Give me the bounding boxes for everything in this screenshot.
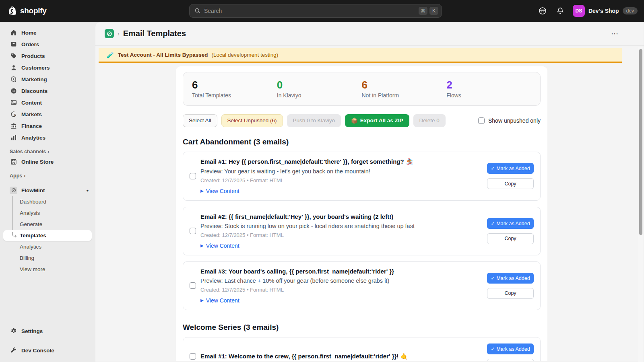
triangle-right-icon: ▶ [200,298,204,302]
dev-badge: dev [623,7,638,14]
sidebar-item-label: Markets [21,111,42,117]
stat-value: 6 [362,79,447,91]
sidebar-item-analytics[interactable]: Analytics [3,132,92,143]
sidebar-item-label: Finance [21,123,42,129]
global-search[interactable]: ⌘ K [189,4,442,18]
show-unpushed-label: Show unpushed only [488,117,541,124]
subnav-item-analysis[interactable]: Analysis [3,208,92,218]
mark-as-added-button[interactable]: ✓ Mark as Added [487,343,534,354]
mark-as-added-button[interactable]: ✓ Mark as Added [487,273,534,284]
sidebar-item-marketing[interactable]: Marketing [3,74,92,85]
view-content-label: View Content [206,188,239,194]
chevron-right-icon: › [24,173,25,179]
subnav-item-analytics[interactable]: Analytics [3,241,92,252]
subnav-label: View more [20,266,45,272]
sidebar-item-label: Discounts [21,88,47,94]
svg-text:$: $ [14,113,16,117]
scrollbar-track[interactable] [638,47,644,362]
subnav-item-generate[interactable]: Generate [3,219,92,230]
export-zip-button[interactable]: 📦 Export All as ZIP [345,114,409,127]
show-unpushed-toggle[interactable]: Show unpushed only [478,117,541,124]
email-card: Email #3: Your board's calling, {{ perso… [183,261,541,310]
wrench-icon [10,347,17,354]
tag-icon [10,52,17,60]
scrollbar-thumb[interactable] [639,49,642,235]
banner-title: Test Account - All Limits Bypassed [118,52,208,58]
copy-button[interactable]: Copy [487,359,534,361]
sales-channels-header[interactable]: Sales channels › [10,149,92,154]
sidebar-item-label: Settings [21,328,43,334]
shopify-logo[interactable]: shopify [0,6,95,16]
toolbar: Select All Select Unpushed (6) Push 0 to… [183,114,541,127]
delete-button[interactable]: Delete 0 [413,114,446,127]
sidebar-item-dev-console[interactable]: Dev Console [3,345,92,356]
sidebar-item-label: Marketing [21,76,47,82]
view-content-link[interactable]: ▶ View Content [200,243,483,249]
person-icon [10,64,17,72]
subnav-item-templates[interactable]: Templates [3,230,92,241]
view-content-link[interactable]: ▶ View Content [200,297,483,304]
avatar: DS [573,5,585,17]
bank-icon [10,122,17,130]
view-content-link[interactable]: ▶ View Content [200,188,483,194]
email-checkbox[interactable] [190,282,196,289]
select-unpushed-button[interactable]: Select Unpushed (6) [221,114,283,127]
sidebar-item-home[interactable]: Home [3,27,92,38]
sidebar-item-orders[interactable]: Orders [3,39,92,50]
subnav-connector-line [12,196,13,235]
chevron-right-icon: › [47,149,49,154]
app-notification-dot: • [87,187,89,194]
email-meta: Created: 12/7/2025 • Format: HTML [200,287,483,293]
app-name-label: FlowMint [21,187,45,193]
email-title: Email #1: Welcome to the crew, {{ person… [200,353,483,360]
package-icon: 📦 [351,117,358,124]
sidebar-item-label: Online Store [21,159,54,165]
subnav-item-dashboard[interactable]: Dashboard [3,196,92,207]
sidebar-item-customers[interactable]: Customers [3,62,92,73]
admin-face-icon[interactable] [537,6,548,16]
account-menu[interactable]: DS Dev's Shop dev [573,5,638,17]
sidebar-item-settings[interactable]: Settings [3,325,92,337]
sidebar-item-products[interactable]: Products [3,50,92,62]
sidebar-item-flowmint[interactable]: FlowMint • [3,185,92,196]
target-icon [10,76,17,83]
breadcrumb-app-icon[interactable] [105,29,114,38]
storefront-icon [10,158,17,166]
sidebar-item-finance[interactable]: Finance [3,120,92,132]
breadcrumb-chevron-icon: › [118,31,120,37]
view-content-label: View Content [206,297,239,304]
sidebar-item-label: Products [21,53,45,59]
page-header: › Email Templates ⋯ [95,22,644,46]
more-options-button[interactable]: ⋯ [611,29,619,38]
sidebar-item-discounts[interactable]: Discounts [3,85,92,97]
stat-in-klaviyo: 0 In Klaviyo [277,79,362,99]
sidebar-item-label: Orders [21,41,39,47]
email-checkbox[interactable] [190,173,196,179]
subnav-item-view-more[interactable]: View more [3,264,92,275]
email-meta: Created: 12/7/2025 • Format: HTML [200,232,483,238]
stat-label: Total Templates [192,92,277,99]
apps-header[interactable]: Apps › [10,173,92,179]
mark-as-added-button[interactable]: ✓ Mark as Added [487,218,534,229]
mark-as-added-button[interactable]: ✓ Mark as Added [487,163,534,174]
copy-button[interactable]: Copy [487,288,534,299]
sidebar-item-online-store[interactable]: Online Store [3,156,92,167]
sidebar-item-markets[interactable]: $ Markets [3,109,92,120]
push-to-klaviyo-button[interactable]: Push 0 to Klaviyo [287,114,341,127]
flowmint-subnav: Dashboard Analysis Generate Templates An… [0,196,95,275]
email-checkbox[interactable] [190,228,196,234]
select-all-button[interactable]: Select All [183,114,217,127]
email-checkbox[interactable] [190,353,196,360]
sidebar-item-content[interactable]: Content [3,97,92,108]
notifications-bell-icon[interactable] [555,6,566,16]
search-input[interactable] [204,8,417,14]
stat-value: 6 [192,79,277,91]
copy-button[interactable]: Copy [487,178,534,189]
email-card: Email #1: Hey {{ person.first_name|defau… [183,152,541,201]
subnav-item-billing[interactable]: Billing [3,253,92,263]
email-meta: Created: 12/7/2025 • Format: HTML [200,177,483,183]
stat-value: 2 [446,79,531,91]
show-unpushed-checkbox[interactable] [478,117,485,124]
discount-icon [10,87,17,95]
copy-button[interactable]: Copy [487,233,534,244]
